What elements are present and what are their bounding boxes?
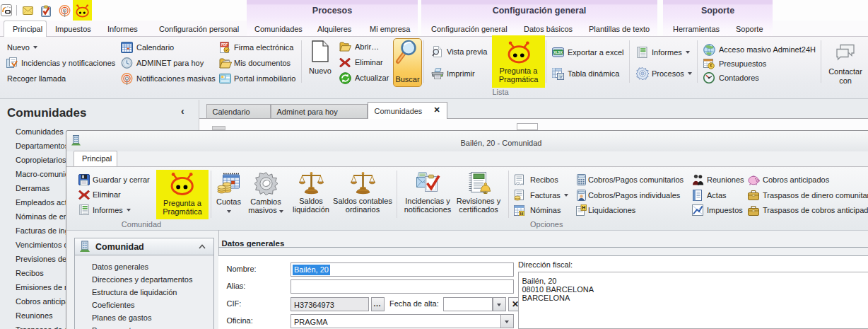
svg-text:XLSX: XLSX: [553, 51, 563, 54]
svg-text:H: H: [520, 211, 524, 216]
svg-text:PDF: PDF: [221, 43, 228, 47]
svg-text:H: H: [582, 205, 585, 210]
svg-text:€: €: [710, 63, 712, 68]
